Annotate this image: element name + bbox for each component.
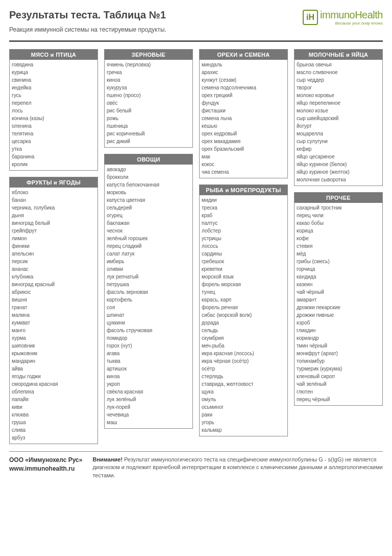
- category-dairy: МОЛОЧНЫЕ и ЯЙЦА брынза овечьямасло сливо…: [294, 49, 383, 186]
- list-item: ягоды годжи: [12, 373, 95, 380]
- list-item: молоко козье: [297, 107, 380, 114]
- list-item: чеснок: [107, 227, 190, 235]
- list-item: форель морская: [202, 281, 285, 288]
- category-fruits: ФРУКТЫ и ЯГОДЫ яблокобананчерника, голуб…: [9, 177, 98, 444]
- company-name: ООО «Иммунохелс Рус»: [9, 456, 82, 464]
- list-item: индейка: [12, 84, 95, 91]
- list-item: чечевица: [107, 411, 190, 419]
- list-item: утка: [12, 145, 95, 153]
- list-item: лось: [12, 107, 95, 114]
- list-item: морской язык: [202, 273, 285, 281]
- list-item: слива: [12, 426, 95, 434]
- logo-icon: iH: [303, 10, 318, 25]
- list-item: авокадо: [107, 166, 190, 173]
- list-item: икра красная (лосось): [202, 350, 285, 357]
- list-item: говядина: [12, 61, 95, 68]
- list-item: кориандр: [297, 334, 380, 342]
- category-header: ФРУКТЫ и ЯГОДЫ: [10, 177, 97, 188]
- list-item: орех грецкий: [202, 91, 285, 99]
- list-item: кумкват: [12, 319, 95, 327]
- list-item: цуккини: [107, 319, 190, 327]
- list-item: орех макадамия: [202, 137, 285, 145]
- list-item: облепиха: [12, 388, 95, 396]
- list-item: клюква: [12, 411, 95, 419]
- list-item: свёкла красная: [107, 388, 190, 396]
- list-item: карась, карп: [202, 296, 285, 304]
- list-item: дыня: [12, 212, 95, 219]
- footer-warning: Внимание! Результат иммунологического те…: [92, 456, 383, 479]
- category-other: ПРОЧЕЕ сахарный тростникперец чиликакао …: [294, 192, 383, 406]
- category-header: ЗЕРНОВЫЕ: [105, 50, 192, 60]
- list-item: масло сливочное: [297, 68, 380, 76]
- list-item: стерлядь: [202, 373, 285, 380]
- list-item: лук репчатый: [107, 273, 190, 281]
- list-item: картофель: [107, 296, 190, 304]
- list-item: кролик: [12, 160, 95, 168]
- list-item: рожь: [107, 114, 190, 122]
- list-item: клубника: [12, 273, 95, 281]
- list-item: кукуруза: [107, 84, 190, 91]
- list-item: малина: [12, 311, 95, 319]
- page-subtitle: Реакция иммунной системы на тестируемые …: [9, 26, 166, 33]
- list-item: хурма: [12, 334, 95, 342]
- list-item: ставрида, желтохвост: [202, 380, 285, 388]
- logo-name: immunoHealth: [320, 9, 383, 21]
- category-body: авокадоброкколикапуста белокочаннаяморко…: [105, 165, 192, 428]
- list-item: амарант: [297, 296, 380, 304]
- list-item: сибас (морской волк): [202, 311, 285, 319]
- list-item: угорь: [202, 419, 285, 426]
- list-item: фасоль зерновая: [107, 288, 190, 296]
- list-item: какао бобы: [297, 219, 380, 227]
- list-item: тунец: [202, 288, 285, 296]
- warning-text: Результат иммунологического теста на спе…: [92, 456, 382, 478]
- list-item: айва: [12, 365, 95, 373]
- column-4: МОЛОЧНЫЕ и ЯЙЦА брынза овечьямасло сливо…: [294, 49, 383, 444]
- list-item: морковь: [107, 189, 190, 196]
- column-1: МЯСО и ПТИЦА говядинакурицасвининаиндейк…: [9, 49, 98, 444]
- list-item: капуста цветная: [107, 196, 190, 204]
- category-body: сахарный тростникперец чиликакао бобыкор…: [295, 203, 382, 405]
- list-item: киви: [12, 403, 95, 411]
- list-item: йогурт: [297, 122, 380, 130]
- category-header: ОВОЩИ: [105, 154, 192, 165]
- list-item: имбирь: [107, 258, 190, 265]
- list-item: рис белый: [107, 107, 190, 114]
- list-item: тыква: [107, 357, 190, 365]
- list-item: палтус: [202, 219, 285, 227]
- column-2: ЗЕРНОВЫЕ ячмень (перловка)гречкакиноакук…: [104, 49, 193, 444]
- list-item: осётр: [202, 365, 285, 373]
- list-item: кунжут (сезам): [202, 76, 285, 84]
- list-item: артишок: [107, 365, 190, 373]
- list-item: креветки: [202, 265, 285, 273]
- list-item: укроп: [107, 380, 190, 388]
- list-item: арахис: [202, 68, 285, 76]
- category-fish: РЫБА и МОРЕПРОДУКТЫ мидиитрескакрабпалту…: [199, 184, 288, 436]
- footer-company: ООО «Иммунохелс Рус» www.immunohealth.ru: [9, 456, 82, 479]
- list-item: кинза: [107, 373, 190, 380]
- category-columns: МЯСО и ПТИЦА говядинакурицасвининаиндейк…: [9, 49, 383, 444]
- list-item: меч-рыба: [202, 342, 285, 350]
- list-item: рис дикий: [107, 137, 190, 145]
- list-item: салат латук: [107, 250, 190, 258]
- list-item: оленина: [12, 122, 95, 130]
- list-item: сардины: [202, 250, 285, 258]
- list-item: моцарелла: [297, 130, 380, 137]
- list-item: мак: [202, 153, 285, 160]
- list-item: лук зелёный: [107, 396, 190, 403]
- list-item: грейпфрут: [12, 227, 95, 235]
- category-veg: ОВОЩИ авокадоброкколикапуста белокочанна…: [104, 154, 193, 429]
- list-item: финики: [12, 242, 95, 250]
- list-item: яйцо куриное (желток): [297, 168, 380, 176]
- list-item: фундук: [202, 99, 285, 107]
- list-item: огурец: [107, 212, 190, 219]
- category-nuts: ОРЕХИ и СЕМЕНА миндальарахискунжут (сеза…: [199, 49, 288, 178]
- list-item: семена льна: [202, 114, 285, 122]
- list-item: гусь: [12, 91, 95, 99]
- list-item: икра чёрная (осётр): [202, 357, 285, 365]
- category-header: РЫБА и МОРЕПРОДУКТЫ: [200, 185, 287, 195]
- list-item: казеин: [297, 281, 380, 288]
- list-item: семена подсолнечника: [202, 84, 285, 91]
- list-item: краб: [202, 212, 285, 219]
- list-item: чай зелёный: [297, 380, 380, 388]
- list-item: молочная сыворотка: [297, 176, 380, 183]
